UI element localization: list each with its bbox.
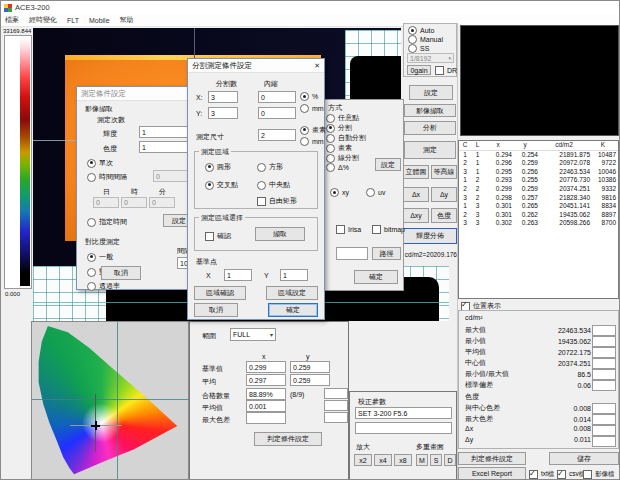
menu-mobile[interactable]: Mobile: [89, 17, 110, 24]
irisa-checkbox[interactable]: Irisa: [336, 225, 361, 234]
menu-time-change[interactable]: 經時變化: [29, 15, 57, 25]
cie-chromaticity-panel[interactable]: [31, 321, 189, 480]
zero-gain-button[interactable]: 0gain: [407, 65, 431, 75]
dr-checkbox[interactable]: DR: [435, 66, 457, 75]
radio-mm[interactable]: mm: [300, 104, 324, 113]
multi-m-button[interactable]: M: [416, 454, 428, 466]
table-row[interactable]: 230.3010.26219435.0628897: [459, 211, 618, 220]
radio-xy[interactable]: xy: [330, 188, 349, 197]
analyze-button[interactable]: 分析: [404, 121, 456, 135]
radio-manual[interactable]: Manual: [408, 35, 443, 44]
output-path-field[interactable]: [336, 247, 368, 260]
measurement-listbox[interactable]: C L x y cd/m2 K 110.2940.25421891.875104…: [458, 140, 619, 299]
title-bar[interactable]: ACE3-200: [1, 1, 620, 14]
measure-dialog-titlebar[interactable]: 測定條件設定: [77, 87, 197, 101]
menu-file[interactable]: 檔案: [5, 15, 19, 25]
csv-file-checkbox[interactable]: csv檔: [557, 470, 585, 479]
radio-time-interval[interactable]: 時間間隔: [87, 172, 127, 182]
table-row[interactable]: 310.2950.25622463.53410046: [459, 168, 618, 177]
radio-circle[interactable]: 圓形: [205, 162, 231, 172]
split-dialog-titlebar[interactable]: 分割測定條件設定 ✕: [188, 59, 324, 73]
free-rect-checkbox[interactable]: 自由矩形: [257, 196, 297, 206]
method-ok-button[interactable]: 確定: [354, 270, 398, 284]
table-row[interactable]: 130.3010.26520451.1418834: [459, 202, 618, 211]
table-row[interactable]: 120.2930.25520776.73010386: [459, 176, 618, 185]
chroma-button[interactable]: 色度: [431, 208, 457, 223]
image-file-checkbox[interactable]: 影像檔: [583, 470, 615, 479]
zoom-x2-button[interactable]: x2: [354, 454, 372, 466]
reference-y-field[interactable]: 0.259: [290, 361, 330, 373]
delta-xy-button[interactable]: Δxy: [403, 208, 429, 223]
settings-button[interactable]: 設定: [409, 85, 453, 100]
average-x-field[interactable]: 0.297: [246, 374, 286, 386]
table-row[interactable]: 330.3020.26320598.2668700: [459, 219, 618, 228]
radio-mm-unit[interactable]: mm: [300, 137, 324, 146]
delta-y-button[interactable]: Δy: [431, 187, 457, 202]
menu-help[interactable]: 幫助: [120, 15, 134, 25]
path-button[interactable]: 路徑: [372, 247, 401, 260]
radio-pixel[interactable]: 畫素: [326, 143, 352, 153]
base-y-field[interactable]: 1: [280, 269, 308, 281]
area-confirm-button[interactable]: 區域確認: [194, 286, 246, 300]
x-inset-field[interactable]: 0: [258, 91, 296, 103]
bitmap-checkbox[interactable]: bitmap: [372, 225, 405, 234]
radio-auto-split[interactable]: 自動分割: [326, 133, 366, 143]
luminance-distribution-button[interactable]: 輝度分佈: [403, 228, 457, 244]
radio-cross-point[interactable]: 交叉點: [205, 180, 238, 190]
method-set-button[interactable]: 設定: [375, 158, 401, 171]
zoom-x8-button[interactable]: x8: [394, 454, 412, 466]
radio-transmittance[interactable]: 透過率: [87, 281, 120, 291]
range-dropdown[interactable]: FULL▾: [230, 328, 276, 341]
zoom-x4-button[interactable]: x4: [374, 454, 392, 466]
radio-ss[interactable]: SS: [408, 44, 429, 53]
graph3d-button[interactable]: 立體圖: [403, 165, 429, 179]
txt-file-checkbox[interactable]: txt檔: [529, 470, 554, 479]
radio-any-point[interactable]: 任意點: [326, 113, 359, 123]
split-ok-button[interactable]: 確定: [268, 303, 318, 317]
contour-button[interactable]: 等高線: [431, 165, 457, 179]
multi-s-button[interactable]: S: [430, 454, 442, 466]
size-field[interactable]: 2: [258, 129, 296, 141]
radio-single[interactable]: 單次: [87, 158, 113, 168]
multi-d-button[interactable]: D: [444, 454, 456, 466]
close-icon[interactable]: ✕: [314, 62, 320, 70]
luminance-count-field[interactable]: 1: [139, 126, 191, 138]
table-row[interactable]: 220.2990.25920374.2519332: [459, 185, 618, 194]
capture-area-button[interactable]: 擷取: [255, 227, 305, 241]
average-y-field[interactable]: 0.259: [290, 374, 330, 386]
split-condition-dialog[interactable]: 分割測定條件設定 ✕ 分割數 內縮 X: 3 0 Y: 3 0 % mm 測定尺…: [187, 58, 325, 320]
table-row[interactable]: 110.2940.25421891.87510487: [459, 151, 618, 160]
radio-uv[interactable]: uv: [366, 188, 385, 197]
radio-center-point[interactable]: 中央點: [257, 180, 290, 190]
chroma-count-field[interactable]: 1: [139, 141, 191, 153]
capture-preview[interactable]: [460, 25, 619, 136]
measure-cancel-button[interactable]: 取消: [101, 266, 141, 280]
judge-condition-button[interactable]: 判定條件設定: [254, 432, 322, 446]
measure-button[interactable]: 測定: [404, 141, 456, 159]
judge-condition-button-2[interactable]: 判定條件設定: [458, 452, 526, 465]
measure-condition-dialog[interactable]: 測定條件設定 影像擷取 測定次數 輝度 1 色度 1 單次 時間間隔 0 日 時…: [76, 86, 198, 290]
radio-auto[interactable]: Auto: [408, 26, 434, 35]
area-set-button[interactable]: 區域設定: [266, 286, 318, 300]
split-cancel-button[interactable]: 取消: [194, 303, 238, 317]
y-division-field[interactable]: 3: [208, 107, 238, 119]
radio-normal[interactable]: 一般: [87, 252, 113, 262]
base-x-field[interactable]: 1: [224, 269, 252, 281]
radio-specified-time[interactable]: 指定時間: [87, 217, 127, 227]
menu-flt[interactable]: FLT: [67, 17, 79, 24]
radio-square[interactable]: 方形: [257, 162, 283, 172]
radio-pixel-unit[interactable]: 畫素: [300, 125, 326, 135]
radio-line-split[interactable]: 線分割: [326, 153, 359, 163]
radio-delta-pct[interactable]: Δ%: [326, 163, 349, 172]
shutter-dropdown[interactable]: 1/8192▾: [407, 53, 454, 63]
confirm-checkbox[interactable]: 確認: [205, 231, 231, 241]
table-row[interactable]: 320.2980.25721828.3409816: [459, 194, 618, 203]
x-division-field[interactable]: 3: [208, 91, 238, 103]
image-capture-button[interactable]: 影像擷取: [404, 104, 456, 117]
reference-x-field[interactable]: 0.299: [246, 361, 286, 373]
save-button[interactable]: 儲存: [549, 452, 619, 465]
delta-x-button[interactable]: Δx: [403, 187, 429, 202]
table-row[interactable]: 210.2960.25920972.0789722: [459, 159, 618, 168]
y-inset-field[interactable]: 0: [258, 107, 296, 119]
excel-report-button[interactable]: Excel Report: [458, 467, 526, 480]
